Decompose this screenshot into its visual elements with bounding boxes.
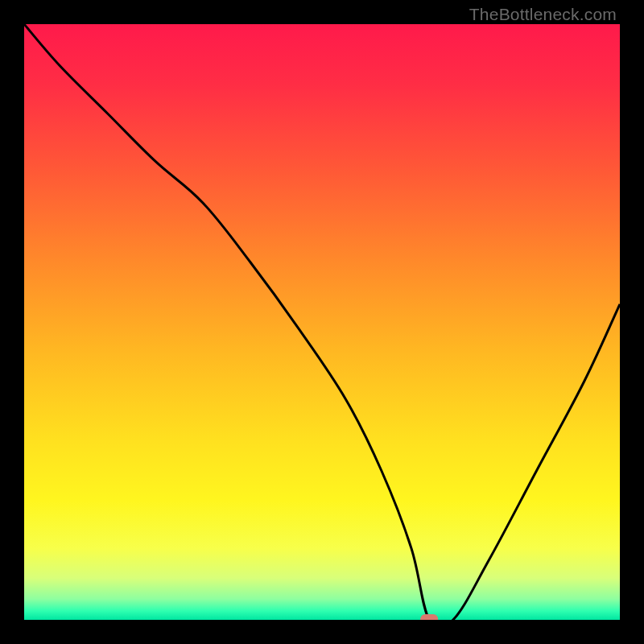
chart-frame: TheBottleneck.com xyxy=(0,0,644,644)
optimal-point-marker xyxy=(420,614,438,620)
watermark-text: TheBottleneck.com xyxy=(469,5,617,24)
bottleneck-chart xyxy=(24,24,620,620)
gradient-background xyxy=(24,24,620,620)
plot-area xyxy=(24,24,620,620)
